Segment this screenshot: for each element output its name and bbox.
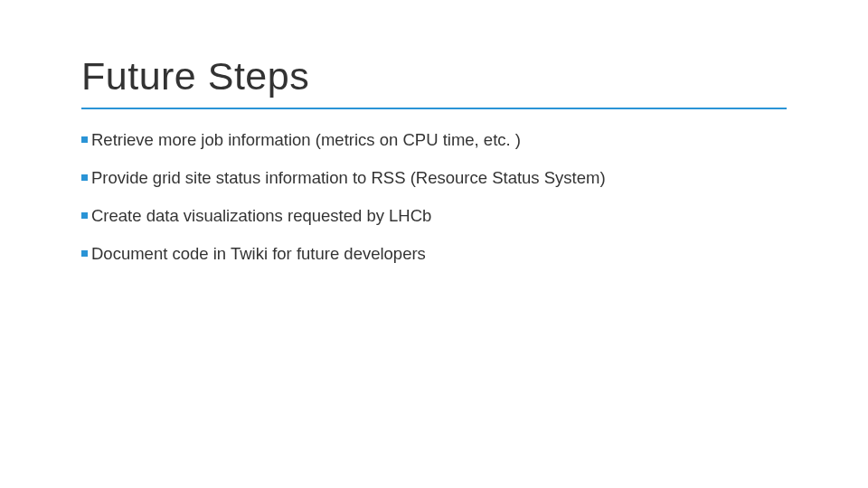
list-item: Document code in Twiki for future develo… [81, 243, 787, 265]
list-item: Retrieve more job information (metrics o… [81, 129, 787, 151]
bullet-text: Retrieve more job information (metrics o… [91, 129, 521, 151]
list-item: Provide grid site status information to … [81, 167, 787, 189]
bullet-text: Create data visualizations requested by … [91, 205, 431, 227]
slide-container: Future Steps Retrieve more job informati… [0, 0, 868, 488]
bullet-list: Retrieve more job information (metrics o… [81, 129, 787, 265]
bullet-icon [81, 250, 88, 257]
bullet-icon [81, 174, 88, 181]
bullet-text: Provide grid site status information to … [91, 167, 606, 189]
bullet-icon [81, 212, 88, 219]
bullet-text: Document code in Twiki for future develo… [91, 243, 426, 265]
list-item: Create data visualizations requested by … [81, 205, 787, 227]
slide-title: Future Steps [81, 54, 787, 109]
bullet-icon [81, 136, 88, 143]
